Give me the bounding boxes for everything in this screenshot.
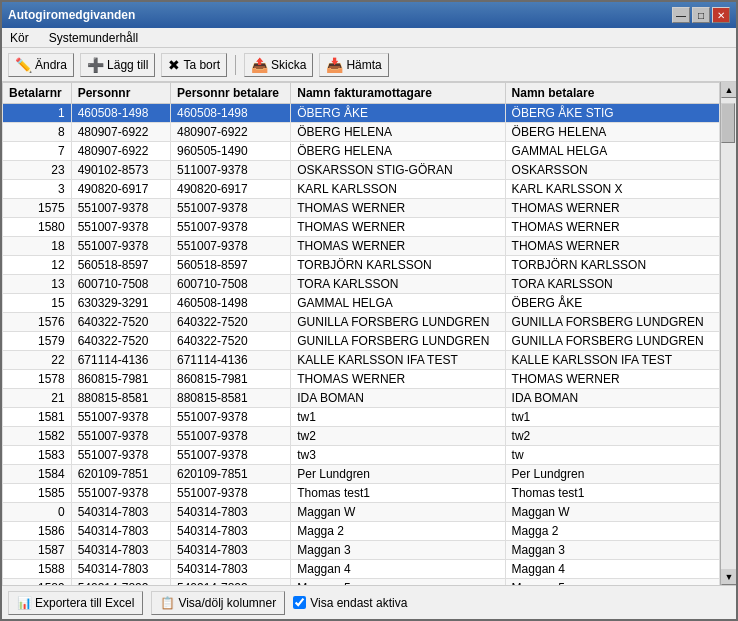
cell-betalarnr: 1	[3, 104, 72, 123]
footer: 📊 Exportera till Excel 📋 Visa/dölj kolum…	[2, 585, 736, 619]
cell-betalarnr: 18	[3, 237, 72, 256]
table-row[interactable]: 1585 551007-9378 551007-9378 Thomas test…	[3, 484, 720, 503]
table-row[interactable]: 1581 551007-9378 551007-9378 tw1 tw1	[3, 408, 720, 427]
table-row[interactable]: 15 630329-3291 460508-1498 GAMMAL HELGA …	[3, 294, 720, 313]
table-row[interactable]: 8 480907-6922 480907-6922 ÖBERG HELENA Ö…	[3, 123, 720, 142]
table-area: Betalarnr Personnr Personnr betalare Nam…	[2, 82, 736, 585]
cell-betalarnr: 1587	[3, 541, 72, 560]
cell-personnr: 540314-7803	[71, 503, 170, 522]
cell-namn-bet: ÖBERG ÅKE	[505, 294, 719, 313]
hamta-button[interactable]: 📥 Hämta	[319, 53, 388, 77]
cell-personnr-bet: 620109-7851	[170, 465, 290, 484]
cell-personnr-bet: 511007-9378	[170, 161, 290, 180]
cell-namn-bet: tw	[505, 446, 719, 465]
cell-betalarnr: 1583	[3, 446, 72, 465]
table-row[interactable]: 12 560518-8597 560518-8597 TORBJÖRN KARL…	[3, 256, 720, 275]
table-wrapper[interactable]: Betalarnr Personnr Personnr betalare Nam…	[2, 82, 720, 585]
cell-personnr-bet: 600710-7508	[170, 275, 290, 294]
table-row[interactable]: 1582 551007-9378 551007-9378 tw2 tw2	[3, 427, 720, 446]
ta-bort-button[interactable]: ✖ Ta bort	[161, 53, 227, 77]
cell-personnr: 551007-9378	[71, 237, 170, 256]
table-row[interactable]: 7 480907-6922 960505-1490 ÖBERG HELENA G…	[3, 142, 720, 161]
cell-betalarnr: 7	[3, 142, 72, 161]
cell-personnr-bet: 480907-6922	[170, 123, 290, 142]
cell-betalarnr: 13	[3, 275, 72, 294]
table-row[interactable]: 3 490820-6917 490820-6917 KARL KARLSSON …	[3, 180, 720, 199]
scroll-up-button[interactable]: ▲	[721, 82, 736, 98]
scrollbar-thumb[interactable]	[721, 103, 735, 143]
cell-namn-bet: THOMAS WERNER	[505, 237, 719, 256]
cell-namn-fakt: Per Lundgren	[291, 465, 505, 484]
export-excel-label: Exportera till Excel	[35, 596, 134, 610]
cell-namn-fakt: ÖBERG HELENA	[291, 142, 505, 161]
scrollbar[interactable]: ▲ ▼	[720, 82, 736, 585]
scroll-down-button[interactable]: ▼	[721, 569, 736, 585]
cell-personnr: 880815-8581	[71, 389, 170, 408]
close-button[interactable]: ✕	[712, 7, 730, 23]
cell-namn-fakt: Maggan 4	[291, 560, 505, 579]
table-row[interactable]: 1584 620109-7851 620109-7851 Per Lundgre…	[3, 465, 720, 484]
table-row[interactable]: 23 490102-8573 511007-9378 OSKARSSON STI…	[3, 161, 720, 180]
maximize-button[interactable]: □	[692, 7, 710, 23]
columns-icon: 📋	[160, 596, 175, 610]
visa-aktiva-label[interactable]: Visa endast aktiva	[293, 596, 407, 610]
cell-personnr: 490102-8573	[71, 161, 170, 180]
columns-button[interactable]: 📋 Visa/dölj kolumner	[151, 591, 285, 615]
cell-betalarnr: 1581	[3, 408, 72, 427]
table-row[interactable]: 1587 540314-7803 540314-7803 Maggan 3 Ma…	[3, 541, 720, 560]
window-controls: — □ ✕	[672, 7, 730, 23]
cell-personnr: 640322-7520	[71, 332, 170, 351]
cell-namn-bet: Magga 2	[505, 522, 719, 541]
cell-namn-bet: ÖBERG ÅKE STIG	[505, 104, 719, 123]
cell-namn-fakt: ÖBERG ÅKE	[291, 104, 505, 123]
table-row[interactable]: 0 540314-7803 540314-7803 Maggan W Magga…	[3, 503, 720, 522]
table-row[interactable]: 13 600710-7508 600710-7508 TORA KARLSSON…	[3, 275, 720, 294]
cell-namn-bet: KALLE KARLSSON IFA TEST	[505, 351, 719, 370]
toolbar-separator	[235, 55, 236, 75]
cell-betalarnr: 1575	[3, 199, 72, 218]
cell-personnr-bet: 460508-1498	[170, 104, 290, 123]
minimize-button[interactable]: —	[672, 7, 690, 23]
table-row[interactable]: 21 880815-8581 880815-8581 IDA BOMAN IDA…	[3, 389, 720, 408]
cell-namn-fakt: Maggan 3	[291, 541, 505, 560]
cell-personnr-bet: 551007-9378	[170, 199, 290, 218]
table-row[interactable]: 1583 551007-9378 551007-9378 tw3 tw	[3, 446, 720, 465]
cell-personnr-bet: 640322-7520	[170, 313, 290, 332]
col-header-namn-fakt: Namn fakturamottagare	[291, 83, 505, 104]
table-row[interactable]: 1588 540314-7803 540314-7803 Maggan 4 Ma…	[3, 560, 720, 579]
cell-personnr-bet: 640322-7520	[170, 332, 290, 351]
lagg-till-button[interactable]: ➕ Lägg till	[80, 53, 155, 77]
visa-aktiva-checkbox[interactable]	[293, 596, 306, 609]
table-row[interactable]: 1 460508-1498 460508-1498 ÖBERG ÅKE ÖBER…	[3, 104, 720, 123]
visa-aktiva-text: Visa endast aktiva	[310, 596, 407, 610]
cell-namn-fakt: THOMAS WERNER	[291, 237, 505, 256]
cell-personnr-bet: 551007-9378	[170, 427, 290, 446]
cell-personnr: 480907-6922	[71, 142, 170, 161]
menu-item-systemunderhall[interactable]: Systemunderhåll	[45, 30, 142, 46]
cell-namn-bet: THOMAS WERNER	[505, 370, 719, 389]
table-row[interactable]: 1575 551007-9378 551007-9378 THOMAS WERN…	[3, 199, 720, 218]
cell-personnr: 640322-7520	[71, 313, 170, 332]
export-excel-icon: 📊	[17, 596, 32, 610]
cell-betalarnr: 1580	[3, 218, 72, 237]
export-excel-button[interactable]: 📊 Exportera till Excel	[8, 591, 143, 615]
cell-personnr: 551007-9378	[71, 427, 170, 446]
scrollbar-track[interactable]	[721, 98, 736, 569]
skicka-button[interactable]: 📤 Skicka	[244, 53, 313, 77]
cell-personnr-bet: 540314-7803	[170, 522, 290, 541]
andra-label: Ändra	[35, 58, 67, 72]
cell-personnr: 560518-8597	[71, 256, 170, 275]
table-row[interactable]: 1586 540314-7803 540314-7803 Magga 2 Mag…	[3, 522, 720, 541]
table-row[interactable]: 1580 551007-9378 551007-9378 THOMAS WERN…	[3, 218, 720, 237]
table-row[interactable]: 1576 640322-7520 640322-7520 GUNILLA FOR…	[3, 313, 720, 332]
menu-item-kor[interactable]: Kör	[6, 30, 33, 46]
cell-namn-bet: GUNILLA FORSBERG LUNDGREN	[505, 332, 719, 351]
table-row[interactable]: 1578 860815-7981 860815-7981 THOMAS WERN…	[3, 370, 720, 389]
cell-personnr: 490820-6917	[71, 180, 170, 199]
table-row[interactable]: 18 551007-9378 551007-9378 THOMAS WERNER…	[3, 237, 720, 256]
table-row[interactable]: 22 671114-4136 671114-4136 KALLE KARLSSO…	[3, 351, 720, 370]
cell-namn-bet: THOMAS WERNER	[505, 218, 719, 237]
andra-button[interactable]: ✏️ Ändra	[8, 53, 74, 77]
cell-namn-fakt: GUNILLA FORSBERG LUNDGREN	[291, 313, 505, 332]
table-row[interactable]: 1579 640322-7520 640322-7520 GUNILLA FOR…	[3, 332, 720, 351]
